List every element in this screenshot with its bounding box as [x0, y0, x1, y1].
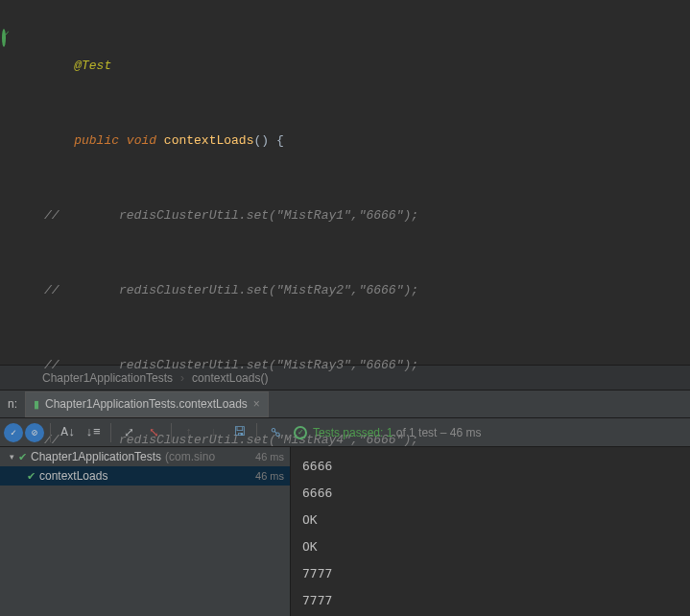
- close-icon[interactable]: ×: [253, 397, 260, 411]
- separator: [171, 423, 172, 442]
- separator: [50, 423, 51, 442]
- expand-all-icon[interactable]: ⤢: [117, 421, 140, 444]
- run-gutter-icon[interactable]: [2, 31, 15, 44]
- results-area: ▾ ✔ Chapter1ApplicationTests (com.sino 4…: [0, 447, 690, 616]
- tests-total-label: of 1 test – 46 ms: [393, 426, 481, 439]
- link-icon[interactable]: ⚯: [263, 421, 286, 444]
- status-pass-icon: ✓: [294, 426, 307, 439]
- run-tool-label: n:: [0, 397, 25, 411]
- commented-line: // redisClusterUtil.set("MistRay2","6666…: [44, 283, 418, 297]
- sort-alpha-icon[interactable]: A↓: [57, 421, 80, 444]
- code-area[interactable]: @Test public void contextLoads() { // re…: [40, 0, 690, 365]
- console-line: 6666: [302, 480, 678, 507]
- run-tab-label: Chapter1ApplicationTests.contextLoads: [45, 397, 248, 411]
- tests-passed-label: Tests passed: 1: [313, 426, 393, 439]
- tree-test-time: 46 ms: [255, 470, 284, 482]
- method-name: contextLoads: [164, 133, 254, 148]
- console-line: OK: [302, 507, 678, 533]
- console-line: 7777: [302, 560, 678, 587]
- breadcrumb-method[interactable]: contextLoads(): [192, 371, 268, 385]
- gutter: [0, 0, 40, 365]
- sort-duration-icon[interactable]: ↓≡: [82, 421, 105, 444]
- run-tab[interactable]: ▮ Chapter1ApplicationTests.contextLoads …: [25, 391, 269, 417]
- chevron-down-icon[interactable]: ▾: [10, 452, 14, 462]
- tree-root-time: 46 ms: [255, 451, 284, 462]
- separator: [110, 423, 111, 442]
- console-line: 7777: [302, 587, 678, 614]
- chevron-right-icon: ›: [180, 371, 184, 385]
- show-ignored-icon[interactable]: ⊘: [25, 423, 44, 442]
- tree-row-test[interactable]: ✔ contextLoads 46 ms: [0, 466, 290, 486]
- console-output[interactable]: 6666 6666 OK OK 7777 7777: [291, 447, 690, 616]
- test-status: ✓ Tests passed: 1 of 1 test – 46 ms: [294, 426, 481, 439]
- pass-icon: ✔: [27, 470, 36, 483]
- next-failed-icon[interactable]: ↓: [202, 421, 226, 444]
- pass-icon: ✔: [18, 451, 27, 463]
- console-line: 6666: [302, 453, 678, 480]
- collapse-all-icon[interactable]: ⤡: [142, 421, 165, 444]
- tree-root-package: (com.sino: [165, 450, 215, 463]
- test-pass-icon: ▮: [34, 398, 39, 411]
- test-tree[interactable]: ▾ ✔ Chapter1ApplicationTests (com.sino 4…: [0, 447, 291, 616]
- tree-root-label: Chapter1ApplicationTests: [31, 450, 161, 463]
- separator: [256, 423, 257, 442]
- console-line: OK: [302, 533, 678, 560]
- breadcrumb-class[interactable]: Chapter1ApplicationTests: [42, 371, 173, 385]
- annotation: @Test: [74, 59, 111, 73]
- show-passed-icon[interactable]: ✓: [4, 423, 23, 442]
- editor-area: @Test public void contextLoads() { // re…: [0, 0, 690, 365]
- modifiers: public void: [74, 133, 156, 148]
- tree-test-label: contextLoads: [39, 469, 107, 483]
- commented-line: // redisClusterUtil.set("MistRay1","6666…: [44, 208, 418, 223]
- tree-row-root[interactable]: ▾ ✔ Chapter1ApplicationTests (com.sino 4…: [0, 447, 290, 466]
- export-results-icon[interactable]: 🖫: [227, 421, 250, 444]
- prev-failed-icon[interactable]: ↑: [178, 421, 201, 444]
